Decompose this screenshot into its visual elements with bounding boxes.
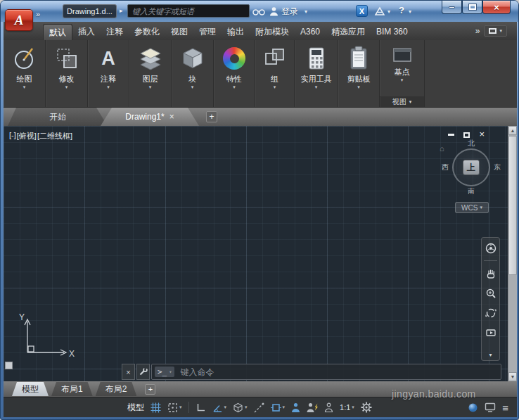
panel-caret-icon[interactable]: ▾ xyxy=(274,84,276,90)
layout-tab-layout1[interactable]: 布局1 xyxy=(51,382,93,396)
exchange-apps-icon[interactable]: X xyxy=(356,5,368,17)
graphics-performance-icon[interactable] xyxy=(468,402,478,413)
panel-group[interactable]: 组 ▾ xyxy=(255,40,295,107)
pan-hand-icon[interactable] xyxy=(483,266,498,281)
app-menu-button[interactable]: A xyxy=(5,9,33,31)
navbar-caret-icon[interactable]: ▾ xyxy=(489,352,492,358)
panel-caret-icon[interactable]: ▾ xyxy=(23,84,26,90)
panel-utilities[interactable]: 实用工具 ▾ xyxy=(295,40,338,107)
tab-parametric[interactable]: 参数化 xyxy=(129,24,165,40)
scrollbar-thumb[interactable] xyxy=(508,136,517,275)
show-motion-icon[interactable] xyxy=(483,325,498,340)
tab-output[interactable]: 输出 xyxy=(222,24,250,40)
customize-hamburger-icon[interactable]: ≡ xyxy=(502,402,508,413)
file-tab-drawing1[interactable]: Drawing1* × xyxy=(101,108,199,126)
ribbon-display-toggle[interactable]: ▾ xyxy=(484,25,507,37)
panel-caret-icon[interactable]: ▾ xyxy=(65,84,68,90)
file-tab-start[interactable]: 开始 xyxy=(8,108,108,126)
model-space-toggle[interactable]: 模型 xyxy=(127,402,144,414)
object-snap-icon[interactable]: ▾ xyxy=(271,402,286,413)
tab-view[interactable]: 视图 xyxy=(165,24,193,40)
a360-icon[interactable] xyxy=(374,6,385,16)
new-layout-button[interactable]: + xyxy=(145,384,155,395)
panel-layers[interactable]: 图层 ▾ xyxy=(129,40,172,107)
doc-close-icon[interactable]: × xyxy=(479,129,485,139)
panel-draw[interactable]: 绘图 ▾ xyxy=(4,40,46,107)
file-tab-close-icon[interactable]: × xyxy=(169,113,174,121)
panel-caret-icon[interactable]: ▾ xyxy=(107,84,110,90)
panel-clipboard[interactable]: 剪贴板 ▾ xyxy=(338,40,380,107)
view-panel-title[interactable]: 视图 ▾ xyxy=(380,96,424,107)
panel-caret-icon[interactable]: ▾ xyxy=(149,84,152,90)
viewcube-south-label[interactable]: 南 xyxy=(468,186,475,196)
object-snap-tracking-icon[interactable] xyxy=(254,402,264,413)
panel-block[interactable]: 块 ▾ xyxy=(172,40,214,107)
scroll-up-icon[interactable]: ▲ xyxy=(508,126,517,135)
annotation-visibility-icon[interactable] xyxy=(291,402,300,413)
tab-a360[interactable]: A360 xyxy=(295,24,326,40)
layout-tab-layout2[interactable]: 布局2 xyxy=(96,382,137,396)
maximize-button[interactable] xyxy=(462,1,482,14)
wcs-dropdown[interactable]: WCS ▾ xyxy=(455,202,489,213)
vertical-scrollbar[interactable]: ▲ ▼ xyxy=(508,126,517,381)
tab-default[interactable]: 默认 xyxy=(43,24,72,40)
panel-caret-icon[interactable]: ▾ xyxy=(315,84,318,90)
command-input[interactable] xyxy=(179,367,498,378)
steering-wheel-icon[interactable] xyxy=(483,241,498,255)
viewport-view-menu[interactable]: [俯视] xyxy=(17,131,37,141)
grid-display-icon[interactable] xyxy=(150,402,161,413)
polar-caret-icon[interactable]: ▾ xyxy=(224,405,227,410)
scroll-down-icon[interactable]: ▼ xyxy=(508,372,517,381)
command-customize-wrench-icon[interactable] xyxy=(136,364,150,380)
panel-properties[interactable]: 特性 ▾ xyxy=(214,40,255,107)
object-snap-caret-icon[interactable]: ▾ xyxy=(283,405,286,410)
tab-overflow-icon[interactable]: » xyxy=(471,26,485,36)
annotation-scale-caret-icon[interactable]: ▾ xyxy=(352,405,354,410)
viewcube-north-label[interactable]: 北 xyxy=(468,139,475,148)
new-drawing-tab-button[interactable]: + xyxy=(206,111,217,122)
close-button[interactable]: × xyxy=(482,1,511,14)
doc-restore-icon[interactable] xyxy=(463,132,470,138)
viewport-visual-style-menu[interactable]: [二维线框] xyxy=(37,131,72,141)
panel-annotate[interactable]: A 注释 ▾ xyxy=(88,40,129,107)
snap-mode-icon[interactable]: ▾ xyxy=(167,402,182,413)
doc-minimize-icon[interactable] xyxy=(448,134,454,136)
viewcube-top-face-button[interactable]: 上 xyxy=(463,160,480,175)
zoom-icon[interactable] xyxy=(483,286,498,300)
tab-manage[interactable]: 管理 xyxy=(193,24,222,40)
base-view-button[interactable]: 基点 xyxy=(395,68,410,77)
viewcube-home-icon[interactable]: ⌂ xyxy=(440,144,444,153)
help-caret-icon[interactable]: ▾ xyxy=(409,8,411,15)
polar-tracking-icon[interactable]: ▾ xyxy=(212,402,227,413)
tab-addins[interactable]: 附加模块 xyxy=(250,24,295,40)
workspace-gear-icon[interactable] xyxy=(361,402,372,413)
command-close-icon[interactable]: × xyxy=(122,364,135,380)
a360-caret-icon[interactable]: ▾ xyxy=(387,8,390,15)
isometric-caret-icon[interactable]: ▾ xyxy=(245,405,248,410)
tab-bim360[interactable]: BIM 360 xyxy=(371,24,414,40)
ortho-mode-icon[interactable] xyxy=(196,402,206,413)
command-input-area[interactable]: >_ ▾ xyxy=(151,364,501,380)
tab-featured-apps[interactable]: 精选应用 xyxy=(326,24,371,40)
minimize-button[interactable] xyxy=(442,1,462,14)
tab-annotate[interactable]: 注释 xyxy=(101,24,129,40)
clean-screen-icon[interactable] xyxy=(485,402,496,413)
qat-overflow-chevrons[interactable]: » xyxy=(36,10,40,18)
sign-in-caret-icon[interactable]: ▾ xyxy=(305,8,307,15)
command-prompt-button[interactable]: >_ ▾ xyxy=(155,367,174,377)
viewcube-east-label[interactable]: 东 xyxy=(494,163,501,172)
base-view-caret-icon[interactable]: ▾ xyxy=(401,77,404,83)
search-input[interactable] xyxy=(127,4,250,18)
annotation-monitor-icon[interactable] xyxy=(324,402,333,413)
viewcube-west-label[interactable]: 西 xyxy=(442,163,449,172)
panel-modify[interactable]: 修改 ▾ xyxy=(46,40,88,107)
snap-caret-icon[interactable]: ▾ xyxy=(179,405,182,410)
tab-insert[interactable]: 插入 xyxy=(72,24,101,40)
panel-caret-icon[interactable]: ▾ xyxy=(191,84,194,90)
viewport-control-menu[interactable]: [-] xyxy=(9,131,16,141)
annotation-scale-dropdown[interactable]: 1:1 ▾ xyxy=(340,403,354,412)
base-view-icon[interactable] xyxy=(390,43,414,67)
qat-customize-arrow[interactable]: ▸ xyxy=(120,7,123,14)
drawing-canvas[interactable]: [-] [俯视] [二维线框] × ⌂ 北 南 东 西 上 WCS ▾ xyxy=(4,126,517,381)
layout-tab-model[interactable]: 模型 xyxy=(12,382,49,396)
